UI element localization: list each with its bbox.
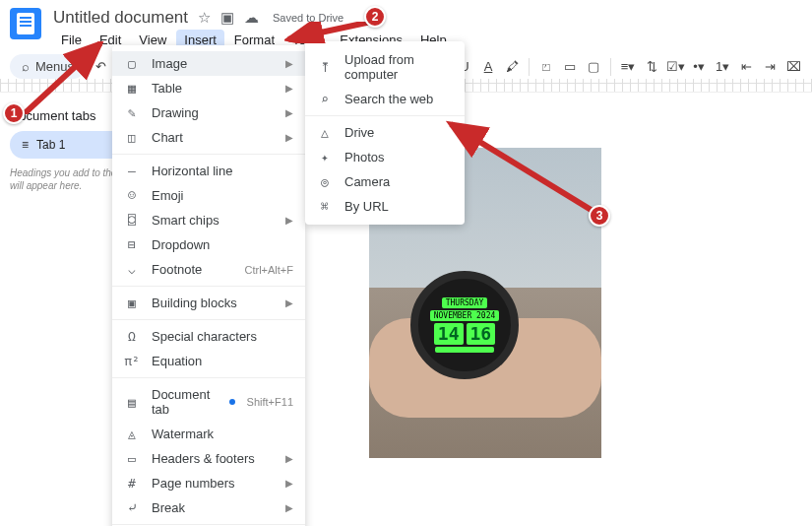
insert-watermark[interactable]: ◬Watermark — [112, 422, 305, 446]
menu-item-label: Emoji — [152, 188, 293, 203]
menu-item-icon: ✎ — [124, 105, 140, 120]
image-insert-icon[interactable]: ▢ — [585, 59, 602, 74]
menu-item-icon: π² — [124, 354, 140, 368]
insert-drawing[interactable]: ✎Drawing▶ — [112, 100, 305, 125]
annotation-2: 2 — [364, 6, 386, 28]
annotation-3: 3 — [589, 205, 610, 227]
align-icon[interactable]: ≡▾ — [619, 59, 637, 74]
menu-item-label: Upload from computer — [344, 52, 453, 82]
chevron-right-icon: ▶ — [285, 58, 293, 69]
menu-item-label: Document tab — [152, 387, 214, 417]
insert-chart[interactable]: ◫Chart▶ — [112, 125, 305, 150]
doc-title[interactable]: Untitled document — [53, 8, 188, 28]
chevron-right-icon: ▶ — [285, 502, 293, 513]
annotation-arrow-1 — [24, 41, 112, 114]
image-search-the-web[interactable]: ⌕Search the web — [305, 87, 465, 111]
menu-item-label: Horizontal line — [152, 164, 293, 178]
menu-item-icon: ▦ — [124, 81, 140, 96]
image-photos[interactable]: ✦Photos — [305, 145, 465, 169]
menu-item-icon: Ω — [124, 329, 140, 344]
bullets-icon[interactable]: •▾ — [690, 59, 708, 74]
checklist-icon[interactable]: ☑▾ — [666, 59, 684, 74]
menu-item-icon: ☺ — [124, 188, 140, 203]
tab-icon: ≡ — [22, 138, 29, 152]
menu-item-icon: ◬ — [124, 427, 140, 441]
menu-item-label: Table — [152, 81, 274, 96]
menu-item-label: Image — [152, 56, 274, 71]
svg-line-1 — [288, 22, 371, 39]
insert-emoji[interactable]: ☺Emoji — [112, 183, 305, 208]
menu-item-icon: △ — [317, 125, 333, 140]
menu-item-label: Break — [152, 500, 274, 515]
insert-footnote[interactable]: ⌵FootnoteCtrl+Alt+F — [112, 257, 305, 282]
menu-item-label: Chart — [152, 130, 274, 145]
insert-smart-chips[interactable]: ⌼Smart chips▶ — [112, 208, 305, 232]
menu-item-icon: — — [124, 164, 140, 178]
chevron-right-icon: ▶ — [285, 297, 293, 308]
insert-break[interactable]: ⤶Break▶ — [112, 495, 305, 520]
insert-special-characters[interactable]: ΩSpecial characters — [112, 324, 305, 349]
outdent-icon[interactable]: ⇤ — [737, 59, 755, 74]
annotation-1: 1 — [3, 102, 25, 124]
image-submenu: ⤒Upload from computer⌕Search the web△Dri… — [305, 41, 465, 225]
insert-horizontal-line[interactable]: —Horizontal line — [112, 159, 305, 183]
image-upload-from-computer[interactable]: ⤒Upload from computer — [305, 47, 465, 87]
menu-item-label: Building blocks — [152, 296, 274, 310]
tab-label: Tab 1 — [36, 138, 65, 152]
insert-equation[interactable]: π²Equation — [112, 349, 305, 373]
chevron-right-icon: ▶ — [285, 215, 293, 226]
menu-item-icon: ⌼ — [124, 213, 140, 228]
image-camera[interactable]: ◎Camera — [305, 169, 465, 194]
insert-document-tab[interactable]: ▤Document tabShift+F11 — [112, 382, 305, 422]
shortcut: Shift+F11 — [247, 396, 293, 408]
insert-dropdown[interactable]: ⊟Dropdown — [112, 232, 305, 257]
comment-icon[interactable]: ▭ — [561, 59, 579, 74]
highlight-icon[interactable]: 🖍 — [503, 59, 521, 74]
move-icon[interactable]: ▣ — [220, 9, 234, 27]
menu-item-icon: ⤒ — [317, 60, 333, 75]
text-color-icon[interactable]: A — [479, 59, 497, 74]
menu-item-label: Dropdown — [152, 237, 293, 252]
chevron-right-icon: ▶ — [285, 453, 293, 464]
menu-item-label: Smart chips — [152, 213, 274, 228]
menu-item-label: Headers & footers — [152, 451, 274, 466]
menu-item-label: Camera — [344, 174, 453, 189]
menu-item-label: Drive — [344, 125, 453, 140]
star-icon[interactable]: ☆ — [198, 9, 211, 27]
insert-image[interactable]: ▢Image▶ — [112, 51, 305, 76]
image-by-url[interactable]: ⌘By URL — [305, 194, 465, 219]
link-icon[interactable]: ⏍ — [537, 59, 555, 74]
insert-headers-&-footers[interactable]: ▭Headers & footers▶ — [112, 446, 305, 471]
insert-page-numbers[interactable]: #Page numbers▶ — [112, 471, 305, 495]
insert-table[interactable]: ▦Table▶ — [112, 76, 305, 100]
docs-logo[interactable] — [10, 8, 41, 39]
numbers-icon[interactable]: 1▾ — [714, 59, 731, 74]
menu-item-icon: ⌕ — [317, 92, 333, 106]
line-spacing-icon[interactable]: ⇅ — [643, 59, 660, 74]
menu-item-icon: ▢ — [124, 56, 140, 71]
menu-item-label: Special characters — [152, 329, 293, 344]
svg-line-0 — [24, 43, 100, 114]
watch-mm: 16 — [467, 323, 496, 345]
menu-item-label: By URL — [344, 199, 453, 214]
menu-item-label: Search the web — [344, 92, 453, 106]
menu-item-icon: ◎ — [317, 174, 333, 189]
image-drive[interactable]: △Drive — [305, 120, 465, 145]
watch-day: THURSDAY — [442, 297, 488, 308]
shortcut: Ctrl+Alt+F — [244, 264, 293, 276]
menu-item-label: Footnote — [152, 262, 232, 277]
menu-item-icon: ⊟ — [124, 237, 140, 252]
watch-hh: 14 — [434, 323, 464, 345]
menu-item-label: Drawing — [152, 105, 274, 120]
menu-item-label: Equation — [152, 354, 293, 368]
indent-icon[interactable]: ⇥ — [761, 59, 779, 74]
watch-date: NOVEMBER 2024 — [430, 310, 500, 321]
menu-item-label: Photos — [344, 150, 453, 164]
separator — [529, 58, 530, 76]
menu-item-icon: ▤ — [124, 395, 140, 410]
cloud-icon: ☁ — [244, 9, 259, 27]
insert-building-blocks[interactable]: ▣Building blocks▶ — [112, 291, 305, 315]
watch-face: THURSDAY NOVEMBER 2024 14 16 — [410, 271, 519, 379]
clear-format-icon[interactable]: ⌧ — [784, 59, 802, 74]
separator — [610, 58, 611, 76]
